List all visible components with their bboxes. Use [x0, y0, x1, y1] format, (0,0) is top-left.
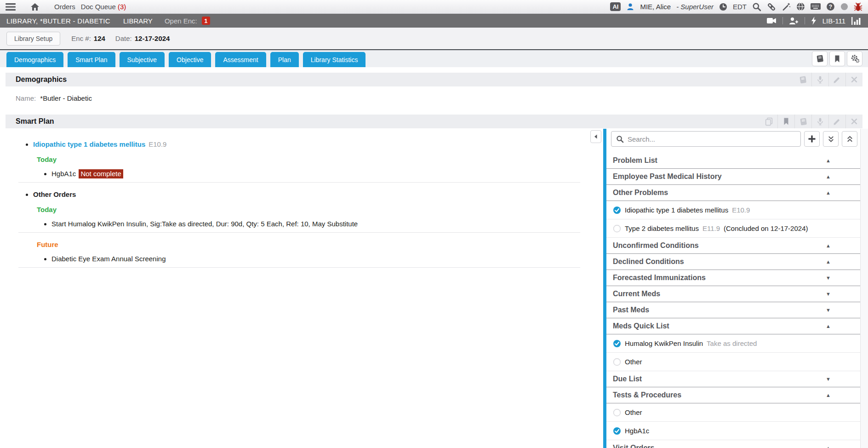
- menu-icon[interactable]: [6, 3, 16, 11]
- library-setup-button[interactable]: Library Setup: [6, 32, 60, 46]
- patient-name[interactable]: LIBRARY, *BUTLER - DIABETIC: [6, 17, 110, 25]
- doc-queue-count: (3): [118, 3, 126, 11]
- chevron-up-icon: ▲: [826, 174, 831, 179]
- panel-item-label: Humalog KwikPen Insulin: [625, 339, 703, 347]
- bookmark-icon[interactable]: [777, 115, 794, 128]
- checked-icon[interactable]: [613, 339, 621, 348]
- expand-all-button[interactable]: [823, 131, 839, 147]
- checked-icon[interactable]: [613, 206, 621, 214]
- demographics-section-header: Demographics: [6, 73, 862, 86]
- home-icon[interactable]: [30, 3, 40, 11]
- panel-section-employee-past-medical-history[interactable]: Employee Past Medical History▲: [606, 169, 860, 185]
- panel-item-other[interactable]: Other: [606, 353, 860, 371]
- chevron-up-icon: ▲: [826, 243, 831, 248]
- panel-scrollbar[interactable]: [860, 129, 868, 448]
- copy-icon[interactable]: [760, 115, 777, 128]
- panel-item-label: Type 2 diabetes mellitus: [625, 224, 699, 232]
- status-circle-icon[interactable]: [840, 3, 848, 11]
- unchecked-icon[interactable]: [613, 224, 621, 233]
- close-icon[interactable]: [845, 115, 862, 128]
- add-user-icon[interactable]: [789, 17, 799, 25]
- panel-section-meds-quick-list[interactable]: Meds Quick List▲: [606, 318, 860, 334]
- panel-section-current-meds[interactable]: Current Meds▼: [606, 286, 860, 302]
- panel-section-visit-orders[interactable]: Visit Orders▲: [606, 440, 860, 448]
- search-input[interactable]: [628, 135, 796, 143]
- bullet-icon: [26, 144, 28, 146]
- link-icon[interactable]: [767, 2, 776, 11]
- panel-section-unconfirmed-conditions[interactable]: Unconfirmed Conditions▲: [606, 238, 860, 254]
- microphone-icon[interactable]: [811, 73, 828, 86]
- panel-section-other-problems[interactable]: Other Problems▲: [606, 185, 860, 201]
- plan-subsection-label: Today: [18, 206, 580, 213]
- microphone-icon[interactable]: [811, 115, 828, 128]
- panel-section-due-list[interactable]: Due List▼: [606, 371, 860, 387]
- bug-icon[interactable]: [854, 2, 862, 11]
- search-icon[interactable]: [752, 2, 761, 11]
- panel-section-tests-procedures[interactable]: Tests & Procedures▲: [606, 387, 860, 403]
- plan-order-item: Diabetic Eye Exam Annual Screening: [18, 255, 580, 263]
- wand-icon[interactable]: [782, 2, 791, 11]
- panel-item-hgba1c[interactable]: HgbA1c: [606, 422, 860, 440]
- edit-icon[interactable]: [828, 115, 845, 128]
- tab-library-statistics[interactable]: Library Statistics: [303, 52, 366, 67]
- tab-plan[interactable]: Plan: [270, 52, 299, 67]
- divider: [18, 267, 580, 268]
- tab-smart-plan[interactable]: Smart Plan: [68, 52, 115, 67]
- panel-section-problem-list[interactable]: Problem List▲: [606, 153, 860, 169]
- plan-order-text: HgbA1c: [51, 170, 76, 178]
- panel-accent-bar[interactable]: [603, 129, 606, 448]
- nav-orders[interactable]: Orders: [54, 3, 75, 11]
- panel-item-other[interactable]: Other: [606, 403, 860, 422]
- panel-section-forecasted-immunizations[interactable]: Forecasted Immunizations▼: [606, 270, 860, 286]
- clock-icon[interactable]: [719, 3, 727, 11]
- divider: [18, 232, 580, 233]
- collapse-all-button[interactable]: [842, 131, 857, 147]
- svg-text:?: ?: [829, 4, 832, 10]
- quick-action-lightning-icon[interactable]: [811, 17, 817, 25]
- journal-icon[interactable]: [794, 115, 811, 128]
- panel-item-detail: E10.9: [732, 206, 750, 214]
- user-name[interactable]: MIE, Alice: [640, 3, 671, 11]
- user-icon[interactable]: [626, 3, 634, 11]
- plan-group-heading: Other Orders: [33, 190, 76, 198]
- tab-objective[interactable]: Objective: [169, 52, 211, 67]
- close-icon[interactable]: [845, 73, 862, 86]
- name-label: Name:: [16, 94, 36, 102]
- globe-icon[interactable]: [796, 2, 805, 11]
- divider: [18, 182, 580, 183]
- unchecked-icon[interactable]: [613, 358, 621, 366]
- video-camera-icon[interactable]: [767, 17, 777, 24]
- tab-assessment[interactable]: Assessment: [215, 52, 266, 67]
- unchecked-icon[interactable]: [613, 408, 621, 417]
- journal-icon[interactable]: [794, 73, 811, 86]
- keyboard-icon[interactable]: [811, 3, 821, 10]
- panel-section-past-meds[interactable]: Past Meds▼: [606, 302, 860, 318]
- panel-collapse-button[interactable]: [590, 130, 601, 143]
- checked-icon[interactable]: [613, 427, 621, 435]
- bookmark-button[interactable]: [829, 51, 845, 66]
- settings-button[interactable]: [847, 51, 862, 66]
- plan-subsection-label: Today: [18, 155, 580, 163]
- nav-doc-queue[interactable]: Doc Queue (3): [81, 3, 126, 11]
- panel-section-declined-conditions[interactable]: Declined Conditions▲: [606, 254, 860, 270]
- tab-demographics[interactable]: Demographics: [6, 52, 63, 67]
- open-enc-count-badge[interactable]: 1: [202, 17, 210, 25]
- panel-item-humalog-kwikpen-insulin[interactable]: Humalog KwikPen InsulinTake as directed: [606, 334, 860, 353]
- panel-item-type-2-diabetes-mellitus[interactable]: Type 2 diabetes mellitusE11.9(Concluded …: [606, 219, 860, 238]
- chart-stats-icon[interactable]: [851, 17, 862, 25]
- plan-problem-link[interactable]: Idiopathic type 1 diabetes mellitus: [33, 140, 145, 148]
- panel-section-title: Past Meds: [613, 306, 826, 314]
- journal-button[interactable]: [812, 51, 828, 66]
- status-not-complete-badge: Not complete: [79, 169, 123, 178]
- divider: [782, 17, 783, 24]
- divider: [805, 17, 805, 24]
- ai-badge[interactable]: AI: [610, 2, 621, 11]
- add-button[interactable]: [804, 131, 820, 147]
- edit-icon[interactable]: [828, 73, 845, 86]
- name-value: *Butler - Diabetic: [40, 94, 92, 102]
- panel-item-idiopathic-type-1-diabetes-mellitus[interactable]: Idiopathic type 1 diabetes mellitusE10.9: [606, 201, 860, 219]
- tab-subjective[interactable]: Subjective: [120, 52, 165, 67]
- panel-item-detail: E11.9: [702, 224, 720, 232]
- help-icon[interactable]: ?: [826, 2, 835, 11]
- panel-item-label: Other: [625, 358, 642, 366]
